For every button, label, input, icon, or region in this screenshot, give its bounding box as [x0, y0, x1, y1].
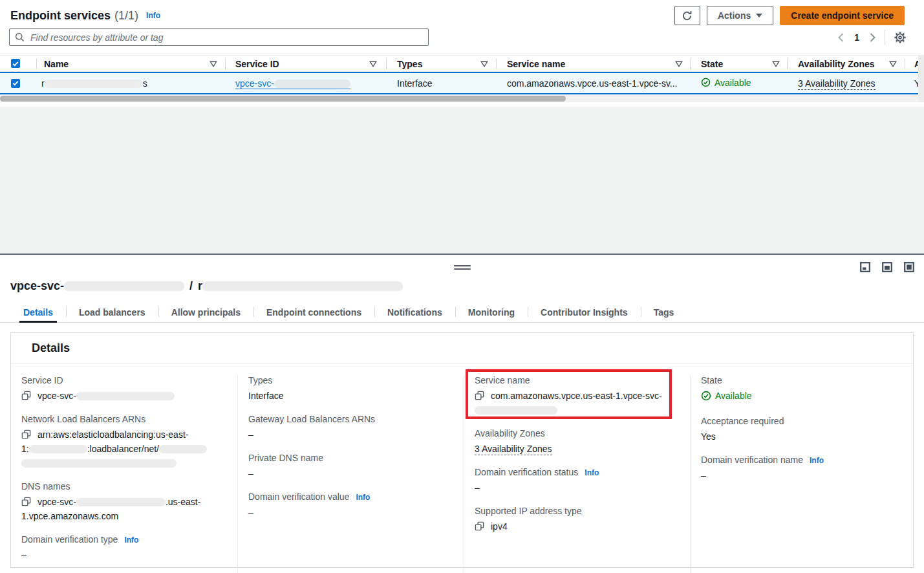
split-panel-drag-handle[interactable] — [454, 263, 471, 272]
field-state: State Available — [701, 375, 903, 405]
field-value: – — [21, 548, 227, 562]
sort-icon[interactable] — [772, 61, 780, 67]
field-value: arn:aws:elasticloadbalancing:us-east- 1:… — [21, 427, 227, 470]
column-header-state[interactable]: State — [701, 56, 780, 72]
field-domain-verification-status: Domain verification status Info – — [475, 467, 680, 495]
nlb-arn-line1: arn:aws:elasticloadbalancing:us-east- — [38, 429, 188, 440]
endpoint-services-table: Name Service ID Types S — [0, 55, 924, 102]
current-page-number[interactable]: 1 — [853, 32, 861, 43]
actions-button[interactable]: Actions — [707, 6, 773, 25]
column-header-availability-zones[interactable]: Availability Zones — [798, 56, 897, 72]
search-input[interactable] — [29, 32, 423, 43]
panel-size-small-button[interactable] — [860, 262, 870, 272]
copy-icon[interactable] — [475, 391, 484, 400]
redacted-text — [76, 498, 166, 506]
info-link[interactable]: Info — [356, 493, 370, 502]
column-divider[interactable] — [787, 58, 788, 69]
vertical-scrollbar[interactable] — [918, 55, 924, 102]
previous-page-button[interactable] — [837, 32, 845, 43]
table-row[interactable]: rs vpce-svc- Interface com.amazonaws.vpc… — [0, 72, 924, 94]
field-label: DNS names — [21, 481, 227, 492]
sort-icon[interactable] — [889, 61, 897, 67]
availability-zones-popover[interactable]: 3 Availability Zones — [475, 444, 552, 455]
horizontal-scrollbar-thumb[interactable] — [0, 96, 566, 102]
refresh-button[interactable] — [674, 6, 700, 25]
redacted-text — [76, 392, 175, 400]
details-column-1: Service ID vpce-svc- Network Load Balanc… — [11, 375, 237, 573]
tab-details[interactable]: Details — [10, 303, 66, 322]
tab-tags[interactable]: Tags — [641, 303, 687, 322]
actions-button-label: Actions — [718, 10, 751, 21]
redacted-text — [202, 281, 403, 291]
copy-icon[interactable] — [21, 429, 31, 439]
cell-types: Interface — [397, 78, 432, 89]
split-panel-size-controls — [860, 262, 914, 272]
field-private-dns-name: Private DNS name – — [248, 453, 453, 481]
row-checkbox[interactable] — [11, 79, 20, 88]
column-divider[interactable] — [225, 58, 226, 69]
field-value: – — [248, 505, 453, 519]
field-value: – — [475, 481, 680, 495]
dns-name-line2: 1.vpce.amazonaws.com — [21, 511, 118, 521]
cell-service-id: vpce-svc- — [235, 78, 350, 89]
tab-load-balancers[interactable]: Load balancers — [66, 303, 158, 322]
panel-size-medium-button[interactable] — [882, 262, 892, 272]
field-service-id: Service ID vpce-svc- — [21, 375, 227, 403]
tab-label: Notifications — [387, 307, 442, 318]
panel-title: vpce-svc-/r — [10, 279, 403, 293]
select-all-checkbox[interactable] — [11, 59, 20, 68]
availability-zones-popover[interactable]: 3 Availability Zones — [798, 78, 876, 90]
service-id-prefix: vpce-svc- — [235, 78, 274, 89]
field-label: Supported IP address type — [475, 506, 680, 516]
page-info-link[interactable]: Info — [146, 11, 160, 20]
service-id-link[interactable]: vpce-svc- — [235, 78, 350, 89]
field-value: – — [701, 468, 903, 482]
info-link[interactable]: Info — [810, 456, 824, 465]
column-divider[interactable] — [905, 58, 905, 69]
column-header-label: Service name — [507, 59, 565, 69]
cell-service-name: com.amazonaws.vpce.us-east-1.vpce-sv... — [507, 78, 678, 89]
tab-contributor-insights[interactable]: Contributor Insights — [528, 303, 641, 322]
column-header-label: Availability Zones — [798, 59, 875, 69]
dns-name-prefix: vpce-svc- — [38, 497, 76, 507]
column-header-service-name[interactable]: Service name — [507, 56, 683, 72]
copy-icon[interactable] — [21, 497, 31, 506]
tab-endpoint-connections[interactable]: Endpoint connections — [253, 303, 374, 322]
tab-label: Details — [23, 307, 53, 318]
column-header-types[interactable]: Types — [397, 56, 488, 72]
details-column-2: Types Interface Gateway Load Balancers A… — [237, 375, 464, 573]
redacted-text — [21, 459, 177, 468]
horizontal-scrollbar[interactable] — [0, 95, 918, 102]
tab-allow-principals[interactable]: Allow principals — [158, 303, 253, 322]
tab-monitoring[interactable]: Monitoring — [455, 303, 528, 322]
ip-type-text: ipv4 — [491, 521, 508, 532]
tab-label: Endpoint connections — [266, 307, 361, 318]
tab-label: Allow principals — [171, 307, 241, 318]
column-divider[interactable] — [690, 58, 691, 69]
tab-notifications[interactable]: Notifications — [374, 303, 455, 322]
copy-icon[interactable] — [21, 391, 31, 400]
page-title: Endpoint services — [10, 9, 111, 23]
copy-icon[interactable] — [475, 521, 484, 531]
panel-size-large-icon — [904, 262, 914, 272]
column-header-service-id[interactable]: Service ID — [235, 56, 377, 72]
column-divider[interactable] — [496, 58, 497, 69]
gear-icon — [894, 32, 906, 43]
sort-icon[interactable] — [480, 61, 488, 67]
field-label: Domain verification type — [21, 534, 118, 545]
info-link[interactable]: Info — [585, 468, 599, 477]
search-box[interactable] — [9, 28, 429, 46]
column-header-name[interactable]: Name — [44, 56, 217, 72]
sort-icon[interactable] — [675, 61, 683, 67]
sort-icon[interactable] — [369, 61, 377, 67]
sort-icon[interactable] — [210, 61, 217, 67]
column-divider[interactable] — [386, 58, 387, 69]
content-background — [0, 107, 924, 254]
table-preferences-button[interactable] — [893, 30, 907, 45]
field-value: Yes — [701, 429, 903, 444]
info-link[interactable]: Info — [124, 535, 138, 545]
create-endpoint-service-button[interactable]: Create endpoint service — [780, 6, 905, 25]
next-page-button[interactable] — [868, 32, 877, 43]
cell-availability-zones: 3 Availability Zones — [798, 78, 876, 89]
panel-size-large-button[interactable] — [904, 262, 914, 272]
